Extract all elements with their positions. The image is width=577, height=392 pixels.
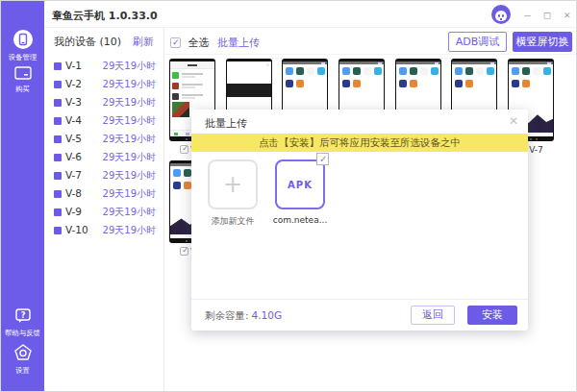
back-button[interactable]: 返回 — [411, 306, 455, 325]
device-list-item[interactable]: V-529天19小时 — [44, 130, 163, 148]
device-list-item[interactable]: V-829天19小时 — [44, 184, 163, 203]
select-all-checkbox[interactable] — [170, 37, 181, 48]
device-name: V-6 — [65, 151, 82, 162]
sidebar-item-purchase[interactable]: 购买 — [1, 64, 44, 94]
sidebar-item-label: 设置 — [3, 365, 42, 375]
device-list-item[interactable]: V-229天19小时 — [44, 75, 163, 93]
device-time-remaining: 29天19小时 — [103, 184, 156, 203]
app-window: 设备管理 购买 ? 帮助与反馈 — [0, 0, 577, 392]
select-all-label: 全选 — [188, 37, 210, 49]
device-grid: 批量上传 ✕ 点击【安装】后可将应用安装至所选设备之中 + APK 添加新文件 … — [164, 55, 576, 391]
modal-close-icon[interactable]: ✕ — [509, 114, 518, 128]
refresh-button[interactable]: 刷新 — [133, 28, 154, 57]
device-square-icon — [54, 117, 62, 125]
device-time-remaining: 29天19小时 — [103, 130, 156, 148]
modal-title: 批量上传 — [205, 116, 247, 131]
select-all[interactable]: 全选 — [170, 36, 210, 50]
device-list-item[interactable]: V-1029天19小时 — [44, 221, 163, 239]
device-name: V-1 — [65, 60, 82, 71]
device-list-item[interactable]: V-129天19小时 — [44, 57, 163, 75]
device-list: V-129天19小时V-229天19小时V-329天19小时V-429天19小时… — [44, 57, 163, 239]
device-time-remaining: 29天19小时 — [103, 148, 156, 166]
svg-text:?: ? — [20, 311, 25, 320]
sidebar-item-settings[interactable]: 设置 — [1, 342, 44, 376]
phone-circle-icon — [1, 29, 44, 50]
gear-icon — [1, 342, 44, 363]
device-time-remaining: 29天19小时 — [103, 93, 156, 111]
device-grid-name: V-7 — [529, 145, 543, 155]
modal-notice: 点击【安装】后可将应用安装至所选设备之中 — [191, 134, 528, 152]
sidebar-item-device-management[interactable]: 设备管理 — [1, 29, 44, 62]
sidebar-item-label: 设备管理 — [3, 52, 42, 61]
device-panel: 我的设备 (10) 刷新 V-129天19小时V-229天19小时V-329天1… — [44, 28, 164, 391]
minimize-button[interactable]: – — [524, 10, 531, 20]
octopus-support-icon[interactable] — [491, 5, 511, 24]
capacity-value: 4.10G — [252, 309, 283, 321]
device-select-checkbox[interactable] — [180, 247, 188, 256]
device-list-item[interactable]: V-329天19小时 — [44, 93, 163, 111]
device-panel-title: 我的设备 (10) — [54, 36, 121, 48]
capacity-text: 剩余容量:4.10G — [205, 309, 282, 323]
question-bubble-icon: ? — [1, 306, 44, 326]
device-list-item[interactable]: V-429天19小时 — [44, 111, 163, 130]
toolbar: 全选 批量上传 ADB调试 横竖屏切换 — [164, 28, 576, 55]
wallet-icon — [1, 64, 44, 82]
device-name: V-9 — [65, 206, 82, 217]
batch-upload-modal: 批量上传 ✕ 点击【安装】后可将应用安装至所选设备之中 + APK 添加新文件 … — [191, 110, 528, 331]
device-name: V-10 — [65, 224, 88, 235]
device-time-remaining: 29天19小时 — [103, 166, 156, 184]
install-button[interactable]: 安装 — [467, 306, 517, 325]
add-file-button[interactable]: + — [208, 159, 258, 209]
apk-file-name: com.netea... — [271, 215, 329, 225]
capacity-label: 剩余容量: — [205, 309, 249, 321]
app-title: 章鱼云手机 1.0.33.0 — [52, 9, 158, 23]
device-name: V-8 — [65, 187, 82, 199]
sidebar: 设备管理 购买 ? 帮助与反馈 — [1, 1, 44, 391]
device-panel-header: 我的设备 (10) 刷新 — [44, 28, 163, 57]
device-name: V-5 — [65, 133, 82, 144]
main-area: 全选 批量上传 ADB调试 横竖屏切换 批量上传 ✕ 点击【安装】后可将应用安装… — [164, 28, 576, 391]
device-name: V-4 — [65, 114, 82, 126]
device-name: V-3 — [65, 96, 82, 108]
device-square-icon — [54, 190, 62, 198]
device-square-icon — [54, 208, 62, 216]
device-square-icon — [54, 62, 62, 70]
modal-header: 批量上传 ✕ — [191, 110, 528, 134]
device-square-icon — [54, 81, 62, 88]
device-name: V-2 — [65, 78, 82, 89]
apk-file-checkbox[interactable] — [316, 153, 329, 165]
modal-footer: 剩余容量:4.10G 返回 安装 — [191, 299, 528, 331]
device-select-checkbox[interactable] — [180, 145, 188, 154]
rotate-screen-button[interactable]: 横竖屏切换 — [513, 32, 572, 52]
device-square-icon — [54, 227, 62, 234]
device-time-remaining: 29天19小时 — [103, 203, 156, 221]
device-square-icon — [54, 172, 62, 180]
batch-upload-link[interactable]: 批量上传 — [217, 36, 260, 50]
apk-badge: APK — [277, 180, 323, 190]
device-name: V-7 — [65, 169, 82, 181]
close-button[interactable]: ✕ — [564, 10, 570, 20]
sidebar-item-label: 购买 — [3, 84, 42, 93]
device-time-remaining: 29天19小时 — [103, 75, 156, 93]
device-time-remaining: 29天19小时 — [103, 221, 156, 239]
maximize-button[interactable]: □ — [544, 10, 551, 20]
device-square-icon — [54, 99, 62, 107]
adb-debug-button[interactable]: ADB调试 — [448, 32, 507, 52]
titlebar: 章鱼云手机 1.0.33.0 – □ ✕ — [44, 1, 577, 28]
add-file-label: 添加新文件 — [204, 215, 262, 228]
device-list-item[interactable]: V-629天19小时 — [44, 148, 163, 166]
device-time-remaining: 29天19小时 — [103, 57, 156, 75]
apk-file-card[interactable]: APK — [275, 159, 325, 209]
device-time-remaining: 29天19小时 — [103, 111, 156, 130]
sidebar-item-label: 帮助与反馈 — [3, 328, 42, 337]
device-list-item[interactable]: V-729天19小时 — [44, 166, 163, 184]
device-square-icon — [54, 135, 62, 143]
device-square-icon — [54, 154, 62, 161]
device-list-item[interactable]: V-929天19小时 — [44, 203, 163, 221]
sidebar-item-help-feedback[interactable]: ? 帮助与反馈 — [1, 306, 44, 338]
plus-icon: + — [223, 171, 242, 198]
